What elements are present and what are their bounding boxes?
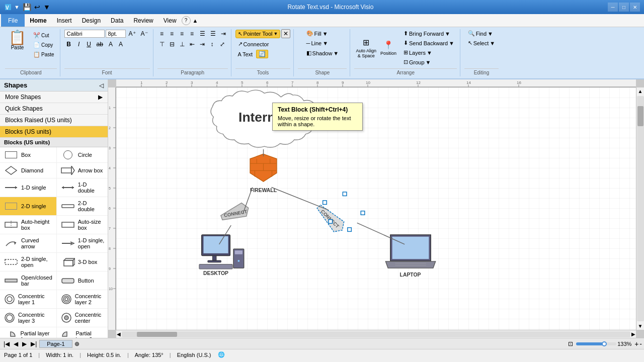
- valign-bot-btn[interactable]: ⊥: [178, 40, 187, 49]
- nav-more-shapes[interactable]: More Shapes ▶: [0, 92, 108, 103]
- shape-diamond[interactable]: Diamond: [0, 163, 57, 178]
- grow-font-btn[interactable]: A⁺: [127, 29, 138, 38]
- menu-insert[interactable]: Insert: [52, 14, 77, 27]
- shape-curvedarrow[interactable]: Curved arrow: [0, 234, 57, 253]
- shape-1dopen[interactable]: 1-D single, open: [57, 234, 108, 253]
- indent-right-btn[interactable]: ⇥: [198, 40, 207, 49]
- shape-3dbox[interactable]: 3-D box: [57, 253, 108, 272]
- strikethrough-btn[interactable]: ab: [95, 40, 105, 49]
- right-scrollbar[interactable]: ▲ ▼: [636, 87, 644, 330]
- line-btn[interactable]: ─ Line ▼: [304, 39, 331, 47]
- shape-partial2[interactable]: Partial layer 2: [57, 327, 108, 338]
- scroll-down-btn[interactable]: ▼: [637, 322, 644, 330]
- shape-autosize[interactable]: Auto-size box: [57, 216, 108, 234]
- scroll-up-btn[interactable]: ▲: [637, 87, 644, 95]
- list-btn[interactable]: ☰: [198, 29, 207, 38]
- bold-btn[interactable]: B: [64, 40, 73, 49]
- tools-close-btn[interactable]: ✕: [281, 29, 290, 38]
- bottom-scrollbar[interactable]: ◀ ▶: [116, 330, 636, 338]
- italic-btn[interactable]: I: [74, 40, 84, 49]
- shape-2dopen[interactable]: 2-D single, open: [0, 253, 57, 272]
- connector-btn[interactable]: ↗ Connector: [235, 40, 272, 48]
- shape-autoheight[interactable]: Auto-height box: [0, 216, 57, 234]
- shape-arrowbox[interactable]: Arrow box: [57, 163, 108, 178]
- group-btn[interactable]: ⊡ Group ▼: [401, 58, 457, 66]
- menu-review[interactable]: Review: [128, 14, 158, 27]
- minimize-btn[interactable]: ─: [608, 3, 618, 12]
- next-page-btn[interactable]: ▶: [21, 340, 28, 348]
- menu-home[interactable]: Home: [25, 14, 51, 27]
- laptop-shape[interactable]: LAPTOP: [385, 235, 435, 278]
- shape-circle[interactable]: Circle: [57, 147, 108, 163]
- add-page-btn[interactable]: ⊕: [74, 340, 79, 347]
- copy-btn[interactable]: 📄 Copy: [31, 41, 57, 49]
- shadow-btn[interactable]: ◧ Shadow ▼: [304, 49, 342, 57]
- undo-quick-btn[interactable]: ↩: [33, 2, 41, 12]
- fit-page-btn[interactable]: ⊡: [568, 340, 573, 347]
- align-justify-btn[interactable]: ≡: [188, 29, 197, 38]
- menu-data[interactable]: Data: [106, 14, 128, 27]
- paste-button[interactable]: 📋 Paste: [5, 29, 30, 52]
- menu-view[interactable]: View: [158, 14, 182, 27]
- canvas-area[interactable]: 1 2 3 4 5 6 7 8 9 10 12 14 16 1 2 3: [108, 79, 644, 338]
- valign-mid-btn[interactable]: ⊟: [168, 40, 177, 49]
- shape-box[interactable]: Box: [0, 147, 57, 163]
- align-right-btn[interactable]: ≡: [178, 29, 187, 38]
- firewall-shape[interactable]: FIREWALL: [250, 154, 277, 193]
- position-btn[interactable]: 📍 Position: [379, 39, 398, 57]
- shape-2dsingle[interactable]: 2-D single: [0, 197, 57, 216]
- prev-page-btn[interactable]: ◀: [12, 340, 20, 348]
- align-left-btn[interactable]: ≡: [157, 29, 167, 38]
- ribbon-minimize-btn[interactable]: ▲: [193, 18, 198, 24]
- find-btn[interactable]: 🔍 Find ▼: [465, 29, 498, 38]
- shape-concentric2[interactable]: Concentric layer 2: [57, 290, 108, 309]
- save-quick-btn[interactable]: 💾: [22, 2, 32, 12]
- underline-btn[interactable]: U: [85, 40, 94, 49]
- auto-align-btn[interactable]: ⊞ Auto Align & Space: [354, 36, 378, 60]
- shape-partial1[interactable]: Partial layer 1: [0, 327, 57, 338]
- font-name-input[interactable]: [64, 30, 105, 38]
- fill-btn[interactable]: 🎨 Fill ▼: [304, 29, 331, 38]
- paste-special-btn[interactable]: 📋 Paste: [31, 50, 57, 59]
- shape-2ddouble[interactable]: 2-D double: [57, 197, 108, 216]
- font-size-input[interactable]: [106, 30, 126, 38]
- zoom-in-btn[interactable]: +: [634, 340, 638, 348]
- help-btn[interactable]: ?: [182, 16, 191, 25]
- zoom-out-btn[interactable]: -: [639, 340, 642, 348]
- indent-more-btn[interactable]: ⇥: [219, 29, 228, 38]
- shape-concentriccenter[interactable]: Concentric center: [57, 309, 108, 327]
- scroll-left-btn[interactable]: ◀: [116, 331, 121, 337]
- list-num-btn[interactable]: ☰: [208, 29, 218, 38]
- shape-openclosed[interactable]: Open/closed bar: [0, 272, 57, 290]
- bring-forward-btn[interactable]: ⬆ Bring Forward ▼: [401, 29, 457, 38]
- close-btn[interactable]: ✕: [630, 3, 640, 12]
- nav-blocks-us[interactable]: Blocks (US units): [0, 126, 108, 138]
- select-btn[interactable]: ↖ Select ▼: [465, 39, 498, 47]
- shapes-panel-collapse-btn[interactable]: ◁: [99, 82, 104, 89]
- highlight-btn[interactable]: A: [116, 40, 125, 49]
- send-backward-btn[interactable]: ⬇ Send Backward ▼: [401, 39, 457, 47]
- text-block-btn[interactable]: 🔄: [256, 50, 268, 58]
- nav-blocks-raised[interactable]: Blocks Raised (US units): [0, 115, 108, 126]
- shape-1dsingle[interactable]: 1-D single: [0, 178, 57, 197]
- align-center-btn[interactable]: ≡: [168, 29, 177, 38]
- pointer-tool-btn[interactable]: ↖ Pointer Tool ▼: [235, 30, 281, 38]
- canvas[interactable]: Internet FIREWALL: [116, 87, 636, 330]
- valign-top-btn[interactable]: ⊤: [157, 40, 167, 49]
- quick-access-dropdown[interactable]: ▼: [42, 2, 51, 12]
- page-1-tab[interactable]: Page-1: [39, 340, 72, 348]
- shape-button[interactable]: Button: [57, 272, 108, 290]
- indent-left-btn[interactable]: ⇤: [188, 40, 197, 49]
- shape-concentric1[interactable]: Concentric layer 1: [0, 290, 57, 309]
- spacing-btn[interactable]: ↕: [208, 40, 217, 49]
- text-btn[interactable]: A Text: [235, 50, 256, 58]
- font-color-btn[interactable]: A: [106, 40, 115, 49]
- maximize-btn[interactable]: □: [619, 3, 629, 12]
- shrink-font-btn[interactable]: A⁻: [139, 29, 150, 38]
- cut-btn[interactable]: ✂️ Cut: [31, 31, 57, 40]
- last-page-btn[interactable]: ▶|: [29, 340, 38, 348]
- menu-design[interactable]: Design: [77, 14, 106, 27]
- nav-quick-shapes[interactable]: Quick Shapes: [0, 103, 108, 115]
- connect-arrow-right[interactable]: CONNECT: [313, 202, 347, 235]
- layers-btn[interactable]: ⊞ Layers ▼: [401, 48, 457, 57]
